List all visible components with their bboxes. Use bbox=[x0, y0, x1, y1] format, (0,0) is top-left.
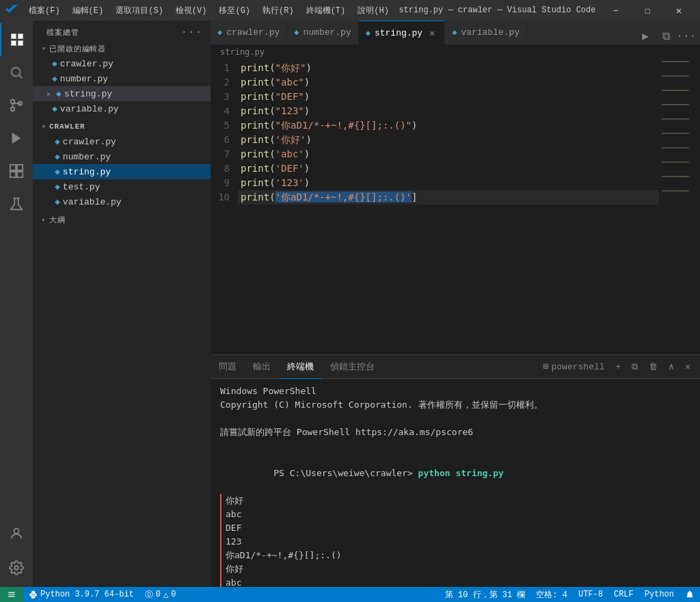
svg-rect-0 bbox=[12, 34, 16, 38]
activity-account[interactable] bbox=[0, 517, 33, 550]
statusbar: Python 3.9.7 64-bit ⓪ 0 △ 0 第 10 行，第 31 … bbox=[0, 587, 700, 602]
open-file-string[interactable]: ✕ ◆ string.py bbox=[33, 86, 211, 101]
menu-run[interactable]: 執行(R) bbox=[257, 3, 299, 18]
menu-view[interactable]: 檢視(V) bbox=[170, 3, 213, 18]
crawler-file-variable[interactable]: ◆ variable.py bbox=[33, 194, 211, 209]
code-area[interactable]: print("你好") print("abc") print("DEF") pr… bbox=[238, 60, 659, 354]
activitybar bbox=[0, 21, 33, 587]
open-editors-section[interactable]: ▾ 已開啟的編輯器 bbox=[33, 41, 211, 56]
outline-section-header[interactable]: ▸ 大綱 bbox=[33, 212, 211, 227]
terminal-split-button[interactable]: ⧉ bbox=[628, 361, 642, 374]
split-editor-button[interactable]: ⧉ bbox=[658, 28, 674, 44]
menu-terminal[interactable]: 終端機(T) bbox=[301, 3, 351, 18]
activity-source-control[interactable] bbox=[0, 89, 33, 122]
terminal-new-button[interactable]: + bbox=[612, 361, 625, 374]
open-file-number[interactable]: ◆ number.py bbox=[33, 71, 211, 86]
code-line-7: print('abc') bbox=[238, 147, 659, 161]
python-version: Python 3.9.7 64-bit bbox=[40, 590, 134, 599]
crawler-file-crawler[interactable]: ◆ crawler.py bbox=[33, 134, 211, 149]
open-file-variable[interactable]: ◆ variable.py bbox=[33, 101, 211, 116]
svg-rect-22 bbox=[662, 133, 689, 134]
tab-string[interactable]: ◆ string.py ✕ bbox=[359, 21, 445, 44]
activity-test[interactable] bbox=[0, 187, 33, 220]
terminal-close-button[interactable]: ✕ bbox=[681, 360, 695, 374]
menu-help[interactable]: 說明(H) bbox=[352, 3, 394, 18]
terminal-kill-button[interactable]: 🗑 bbox=[645, 361, 662, 374]
terminal-maximize-button[interactable]: ∧ bbox=[664, 360, 678, 374]
file-icon-crawler: ◆ bbox=[52, 58, 57, 69]
menu-bar: 檔案(F) 編輯(E) 選取項目(S) 檢視(V) 移至(G) 執行(R) 終端… bbox=[23, 3, 394, 18]
tabbar: ◆ crawler.py ◆ number.py ◆ string.py ✕ ◆… bbox=[211, 21, 700, 44]
status-spaces[interactable]: 空格: 4 bbox=[530, 589, 573, 601]
tab-variable[interactable]: ◆ variable.py bbox=[445, 21, 527, 44]
file-icon-string-tree: ◆ bbox=[55, 166, 60, 177]
menu-edit[interactable]: 編輯(E) bbox=[67, 3, 109, 18]
activity-search[interactable] bbox=[0, 56, 33, 89]
crawler-file-name-number: number.py bbox=[63, 152, 111, 162]
crawler-section-header[interactable]: ▾ CRAWLER bbox=[33, 119, 211, 134]
code-line-4: print("123") bbox=[238, 104, 659, 118]
run-file-button[interactable]: ▶ bbox=[637, 28, 654, 44]
crawler-file-number[interactable]: ◆ number.py bbox=[33, 149, 211, 164]
tab-number[interactable]: ◆ number.py bbox=[287, 21, 358, 44]
svg-rect-26 bbox=[662, 190, 689, 192]
tab-actions: ▶ ⧉ ··· bbox=[637, 28, 700, 44]
terminal-body[interactable]: Windows PowerShell Copyright (C) Microso… bbox=[211, 379, 700, 587]
editor-filename: string.py bbox=[220, 47, 265, 57]
crawler-file-test[interactable]: ◆ test.py bbox=[33, 179, 211, 194]
terminal-tab-problems[interactable]: 問題 bbox=[211, 355, 245, 379]
status-remote[interactable] bbox=[0, 587, 23, 602]
terminal-area: 問題 輸出 終端機 偵錯主控台 ⊞ powershell + ⧉ 🗑 ∧ ✕ bbox=[211, 354, 700, 587]
svg-rect-12 bbox=[10, 172, 16, 177]
crawler-file-name-string: string.py bbox=[63, 167, 111, 177]
activity-settings[interactable] bbox=[0, 551, 33, 584]
code-line-9: print('123') bbox=[238, 176, 659, 190]
terminal-tab-terminal[interactable]: 終端機 bbox=[279, 355, 322, 379]
python-icon bbox=[29, 590, 38, 599]
open-file-crawler[interactable]: ◆ crawler.py bbox=[33, 56, 211, 71]
crawler-file-string[interactable]: ◆ string.py bbox=[33, 164, 211, 179]
open-file-name-number: number.py bbox=[60, 74, 108, 84]
svg-point-4 bbox=[12, 68, 21, 77]
code-line-5: print("你aD1/*-+~!,#{}[];:.()") bbox=[238, 118, 659, 133]
close-button[interactable]: ✕ bbox=[663, 0, 695, 21]
terminal-line-5 bbox=[220, 439, 690, 453]
terminal-line-4: 請嘗試新的跨平台 PowerShell https://aka.ms/pscor… bbox=[220, 426, 690, 439]
editor-content: string.py 1 2 3 4 5 6 7 8 9 10 print("你好… bbox=[211, 44, 700, 354]
outline-chevron: ▸ bbox=[38, 215, 49, 224]
svg-line-5 bbox=[19, 75, 22, 78]
status-errors[interactable]: ⓪ 0 △ 0 bbox=[139, 587, 182, 602]
status-language[interactable]: Python bbox=[639, 590, 679, 599]
crawler-section-chevron: ▾ bbox=[38, 122, 49, 131]
activity-extensions[interactable] bbox=[0, 155, 33, 187]
svg-marker-9 bbox=[12, 133, 21, 144]
terminal-powershell-label[interactable]: ⊞ powershell bbox=[539, 360, 609, 374]
status-python[interactable]: Python 3.9.7 64-bit bbox=[23, 587, 139, 602]
terminal-output-2: abc bbox=[226, 508, 690, 521]
encoding-text: UTF-8 bbox=[578, 590, 603, 599]
editor-body[interactable]: 1 2 3 4 5 6 7 8 9 10 print("你好") print("… bbox=[211, 60, 700, 354]
crawler-file-name-crawler: crawler.py bbox=[63, 137, 116, 147]
minimize-button[interactable]: – bbox=[600, 0, 632, 21]
terminal-output-5: 你aD1/*-+~!,#{}[];:.() bbox=[226, 549, 690, 562]
tab-close-string[interactable]: ✕ bbox=[427, 27, 438, 38]
menu-select[interactable]: 選取項目(S) bbox=[110, 3, 169, 18]
activity-explorer[interactable] bbox=[0, 23, 33, 56]
terminal-output-1: 你好 bbox=[226, 494, 690, 508]
svg-rect-19 bbox=[662, 90, 689, 91]
menu-goto[interactable]: 移至(G) bbox=[213, 3, 256, 18]
terminal-tab-output[interactable]: 輸出 bbox=[245, 355, 279, 379]
terminal-tab-debug[interactable]: 偵錯主控台 bbox=[322, 355, 383, 379]
status-line-ending[interactable]: CRLF bbox=[608, 590, 639, 599]
close-file-string-icon[interactable]: ✕ bbox=[44, 90, 53, 99]
activity-run-debug[interactable] bbox=[0, 122, 33, 155]
warning-count: 0 bbox=[171, 590, 176, 599]
status-notifications[interactable] bbox=[679, 590, 700, 599]
more-actions-button[interactable]: ··· bbox=[678, 28, 695, 44]
tab-crawler[interactable]: ◆ crawler.py bbox=[211, 21, 287, 44]
menu-file[interactable]: 檔案(F) bbox=[23, 3, 66, 18]
status-encoding[interactable]: UTF-8 bbox=[573, 590, 608, 599]
sidebar-more-button[interactable]: ··· bbox=[181, 26, 202, 38]
status-line-col[interactable]: 第 10 行，第 31 欄 bbox=[440, 589, 531, 601]
maximize-button[interactable]: ☐ bbox=[632, 0, 663, 21]
